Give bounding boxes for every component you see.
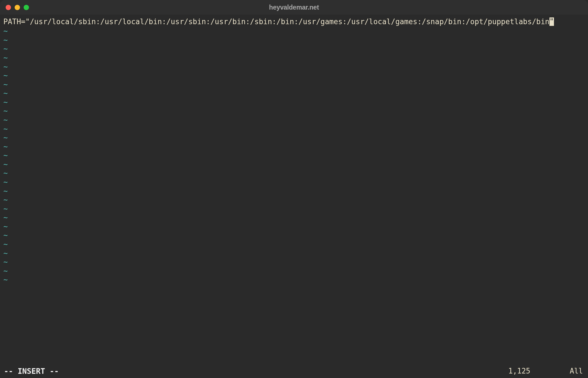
empty-line-tilde: ~ — [3, 116, 585, 125]
titlebar: heyvaldemar.net — [0, 0, 588, 15]
empty-line-tilde: ~ — [3, 62, 585, 71]
scroll-indicator: All — [570, 367, 583, 375]
empty-line-tilde: ~ — [3, 125, 585, 134]
empty-line-tilde: ~ — [3, 258, 585, 267]
empty-line-tilde: ~ — [3, 195, 585, 204]
close-button[interactable] — [6, 5, 11, 10]
empty-line-tilde: ~ — [3, 98, 585, 107]
empty-line-tilde: ~ — [3, 89, 585, 98]
empty-line-tilde: ~ — [3, 27, 585, 36]
empty-line-tilde: ~ — [3, 151, 585, 160]
empty-line-tilde: ~ — [3, 222, 585, 231]
text-before-cursor: PATH="/usr/local/sbin:/usr/local/bin:/us… — [3, 17, 549, 26]
empty-line-tilde: ~ — [3, 142, 585, 151]
empty-lines: ~~~~~~~~~~~~~~~~~~~~~~~~~~~~~ — [3, 26, 585, 366]
empty-line-tilde: ~ — [3, 53, 585, 62]
empty-line-tilde: ~ — [3, 240, 585, 249]
cursor — [549, 17, 554, 26]
maximize-button[interactable] — [24, 5, 29, 10]
empty-line-tilde: ~ — [3, 36, 585, 45]
empty-line-tilde: ~ — [3, 44, 585, 53]
empty-line-tilde: ~ — [3, 213, 585, 222]
empty-line-tilde: ~ — [3, 160, 585, 169]
cursor-position: 1,125 — [508, 367, 530, 375]
minimize-button[interactable] — [15, 5, 20, 10]
empty-line-tilde: ~ — [3, 107, 585, 116]
empty-line-tilde: ~ — [3, 178, 585, 187]
empty-line-tilde: ~ — [3, 249, 585, 258]
statusbar: -- INSERT -- 1,125 All — [0, 366, 588, 378]
traffic-lights — [6, 5, 29, 10]
empty-line-tilde: ~ — [3, 80, 585, 89]
window-title: heyvaldemar.net — [269, 4, 319, 11]
empty-line-tilde: ~ — [3, 275, 585, 284]
editor-area[interactable]: PATH="/usr/local/sbin:/usr/local/bin:/us… — [0, 15, 588, 366]
empty-line-tilde: ~ — [3, 187, 585, 196]
empty-line-tilde: ~ — [3, 71, 585, 80]
empty-line-tilde: ~ — [3, 204, 585, 213]
empty-line-tilde: ~ — [3, 169, 585, 178]
editor-mode: -- INSERT -- — [4, 367, 59, 375]
empty-line-tilde: ~ — [3, 133, 585, 142]
empty-line-tilde: ~ — [3, 231, 585, 240]
empty-line-tilde: ~ — [3, 267, 585, 276]
file-content[interactable]: PATH="/usr/local/sbin:/usr/local/bin:/us… — [3, 17, 585, 26]
